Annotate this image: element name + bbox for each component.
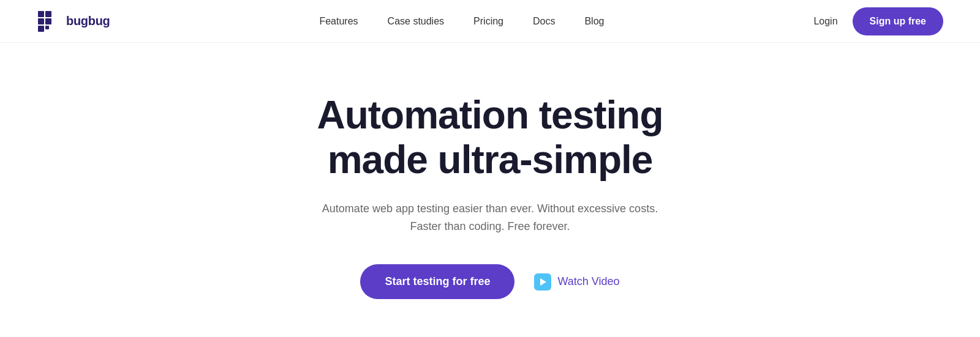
hero-subtitle: Automate web app testing easier than eve… <box>322 200 658 235</box>
nav-right: Login Sign up free <box>813 7 943 35</box>
hero-subtitle-line1: Automate web app testing easier than eve… <box>322 202 658 215</box>
play-icon <box>534 273 551 291</box>
watch-video-button[interactable]: Watch Video <box>534 273 619 291</box>
nav-item-docs[interactable]: Docs <box>533 16 555 27</box>
svg-rect-2 <box>38 18 44 24</box>
hero-title-line1: Automation testing <box>317 93 663 137</box>
nav-item-pricing[interactable]: Pricing <box>473 16 503 27</box>
login-link[interactable]: Login <box>813 16 837 27</box>
hero-title: Automation testing made ultra-simple <box>317 93 663 183</box>
bugbug-logo-icon <box>37 10 60 33</box>
watch-video-label: Watch Video <box>557 275 619 288</box>
svg-rect-4 <box>38 26 44 32</box>
svg-rect-1 <box>45 11 51 17</box>
nav-item-case-studies[interactable]: Case studies <box>388 16 445 27</box>
navbar: bugbug Features Case studies Pricing Doc… <box>0 0 980 43</box>
start-testing-button[interactable]: Start testing for free <box>360 264 514 299</box>
signup-button[interactable]: Sign up free <box>853 7 943 35</box>
hero-title-line2: made ultra-simple <box>328 138 653 182</box>
nav-links: Features Case studies Pricing Docs Blog <box>319 16 604 27</box>
hero-subtitle-line2: Faster than coding. Free forever. <box>410 220 570 232</box>
svg-rect-3 <box>45 18 51 24</box>
hero-buttons: Start testing for free Watch Video <box>360 264 619 299</box>
svg-rect-0 <box>38 11 44 17</box>
logo[interactable]: bugbug <box>37 10 110 33</box>
hero-section: Automation testing made ultra-simple Aut… <box>0 43 980 337</box>
play-triangle-icon <box>540 278 546 286</box>
nav-item-features[interactable]: Features <box>319 16 358 27</box>
svg-rect-5 <box>45 26 49 29</box>
nav-item-blog[interactable]: Blog <box>584 16 604 27</box>
brand-name: bugbug <box>66 14 110 28</box>
